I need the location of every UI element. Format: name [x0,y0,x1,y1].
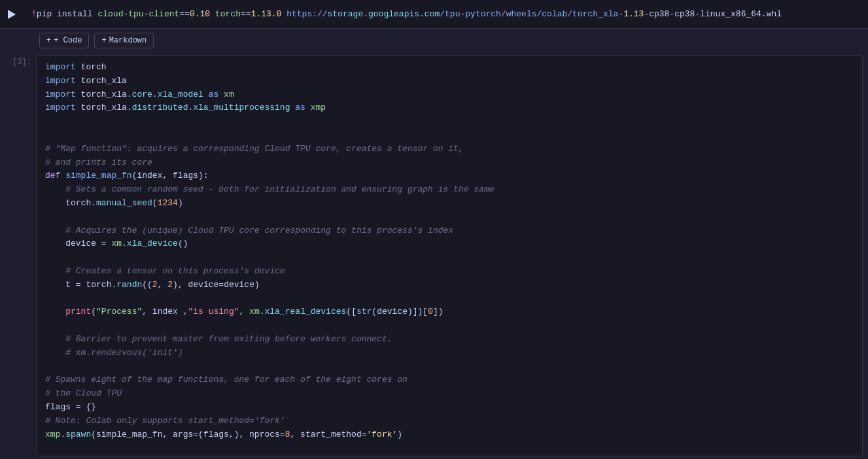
pip-url-domain: storage.googleapis.com [328,9,440,19]
code-line-comment6: # Barrier to prevent master from exiting… [45,333,854,347]
code-line-seed: torch.manual_seed(1234) [45,197,854,211]
pip-ver2: 1.13.0 [251,9,282,19]
pip-url-linux: linux_x86_64.whl [700,9,782,19]
code-line-spawn: xmp.spawn(simple_map_fn, args=(flags,), … [45,428,854,442]
code-line-1: import torch [45,61,854,75]
pip-url-path: /tpu [440,9,460,19]
add-markdown-button[interactable]: + Markdown [94,33,154,48]
code-line-comment4: # Acquires the (unique) Cloud TPU core c… [45,224,854,238]
code-line-comment10: # Note: Colab only supports start_method… [45,415,854,428]
plus-icon-markdown: + [101,36,106,45]
empty-3 [45,211,854,224]
code-line-comment9: # the Cloud TPU [45,387,854,401]
code-line-comment7: # xm.rendezvous('init') [45,347,854,360]
empty-2 [45,129,854,143]
pip-space1 [210,9,215,19]
code-line-3: import torch_xla.core.xla_model as xm [45,88,854,102]
pip-ver1: 0.10 [190,9,210,19]
code-line-randn: t = torch.randn((2, 2), device=device) [45,279,854,292]
main-code-cell: [3]: import torch import torch_xla impor… [0,52,868,459]
empty-5 [45,292,854,306]
empty-7 [45,360,854,374]
run-button[interactable] [0,10,24,19]
markdown-label: Markdown [109,36,147,45]
code-area[interactable]: import torch import torch_xla import tor… [37,55,863,456]
pip-eq2: == [241,9,251,19]
code-line-comment2: # and prints its core [45,156,854,170]
empty-4 [45,251,854,265]
run-triangle-icon [8,10,16,19]
pip-url-cp38: cp38 [674,9,695,19]
pip-bang: ! [31,9,37,19]
code-line-def: def simple_map_fn(index, flags): [45,169,854,183]
pip-url-proto: https:// [286,9,327,19]
pip-cell-content: !pip install cloud-tpu-client==0.10 torc… [24,4,868,24]
add-code-button[interactable]: + + Code [39,33,89,48]
code-line-device: device = xm.xla_device() [45,237,854,251]
pip-cmd: pip install [37,9,98,19]
pip-pkg2: tpu [128,9,143,19]
pip-torch: torch [215,9,241,19]
toolbar-row: + + Code + Markdown [0,29,868,52]
code-line-print: print("Process", index ,"is using", xm.x… [45,305,854,319]
code-line-flags: flags = {} [45,401,854,415]
code-line-comment8: # Spawns eight of the map functions, one… [45,373,854,387]
code-line-comment1: # "Map function": acquires a correspondi… [45,143,854,156]
pip-url-dash2: - [618,9,623,19]
code-line-2: import torch_xla [45,75,854,88]
code-label: + Code [54,36,82,45]
pip-url-rest: -cp38 [644,9,669,19]
empty-1 [45,115,854,129]
pip-cell: !pip install cloud-tpu-client==0.10 torc… [0,0,868,29]
pip-ver3: 1.13 [623,9,644,19]
pip-url-path2: pytorch/wheels/colab/torch_xla [465,9,618,19]
code-line-4: import torch_xla.distributed.xla_multipr… [45,101,854,115]
pip-pkg3: client [148,9,179,19]
plus-icon-code: + [46,36,51,45]
empty-6 [45,319,854,333]
pip-eq1: == [179,9,190,19]
cell-label: [3]: [0,52,34,459]
code-line-comment3: # Sets a common random seed - both for i… [45,183,854,197]
notebook-container: !pip install cloud-tpu-client==0.10 torc… [0,0,868,459]
code-line-comment5: # Creates a tensor on this process's dev… [45,265,854,279]
pip-pkg1: cloud [97,9,123,19]
